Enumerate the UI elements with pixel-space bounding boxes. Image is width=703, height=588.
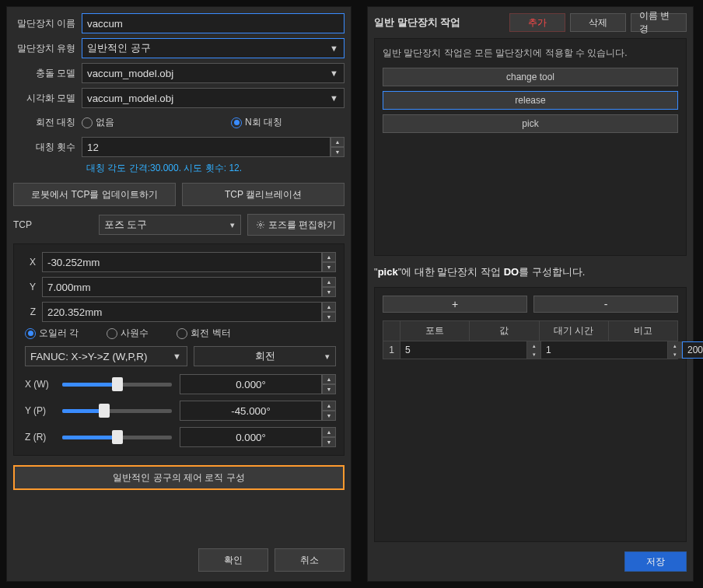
cell-port-input[interactable] [400, 341, 526, 359]
symmetry-hint-text: 대칭 각도 간격:30.000. 시도 횟수: 12. [86, 162, 345, 175]
spin-up-icon[interactable]: ▲ [322, 302, 336, 312]
edit-pose-label: 포즈를 편집하기 [268, 219, 336, 232]
right-title: 일반 말단장치 작업 [374, 16, 505, 30]
gear-icon [256, 220, 265, 229]
select-tool-type[interactable] [82, 38, 345, 58]
radio-rotvec[interactable]: 회전 벡터 [177, 327, 230, 340]
label-tool-name: 말단장치 이름 [13, 17, 82, 30]
spin-down-icon[interactable]: ▼ [322, 312, 336, 322]
label-x: X [25, 257, 42, 268]
label-slider-yp: Y (P) [25, 405, 54, 416]
left-panel: 말단장치 이름 말단장치 유형 ▼ 충돌 모델 ▼ 시각화 모델 ▼ 회전 대칭… [6, 6, 352, 582]
action-item-pick[interactable]: pick [383, 114, 678, 133]
label-collision-model: 충돌 모델 [13, 67, 82, 80]
action-item-release[interactable]: release [383, 91, 678, 110]
input-tcp-z[interactable] [42, 302, 322, 322]
cell-wait-input[interactable] [682, 341, 703, 359]
input-slider-xw[interactable] [180, 374, 322, 394]
spin-up-icon[interactable]: ▲ [322, 252, 336, 262]
delete-action-button[interactable]: 삭제 [570, 13, 626, 32]
spin-up-icon[interactable]: ▲ [322, 374, 336, 384]
slider-xw[interactable] [62, 378, 172, 390]
right-panel: 일반 말단장치 작업 추가 삭제 이름 변경 일반 말단장치 작업은 모든 말단… [367, 6, 694, 582]
radio-quaternion[interactable]: 사원수 [107, 327, 149, 340]
select-collision-model[interactable] [82, 63, 345, 83]
spin-down-icon[interactable]: ▼ [322, 411, 336, 421]
cell-idx: 1 [383, 341, 400, 359]
save-button[interactable]: 저장 [624, 551, 687, 572]
input-slider-zr[interactable] [180, 427, 322, 447]
update-tcp-from-robot-button[interactable]: 로봇에서 TCP를 업데이트하기 [13, 183, 176, 206]
input-tcp-y[interactable] [42, 277, 322, 297]
input-tcp-x[interactable] [42, 252, 322, 272]
radio-quaternion-label: 사원수 [121, 327, 149, 340]
col-value: 값 [470, 321, 539, 341]
label-visual-model: 시각화 모델 [13, 92, 82, 105]
configure-control-logic-button[interactable]: 일반적인 공구의 제어 로직 구성 [13, 465, 345, 490]
label-sym-count: 대칭 횟수 [13, 141, 82, 154]
label-slider-xw: X (W) [25, 379, 54, 390]
label-y: Y [25, 282, 42, 292]
col-note: 비고 [609, 321, 677, 341]
input-slider-yp[interactable] [180, 401, 322, 421]
spin-down-icon[interactable]: ▾ [526, 350, 540, 359]
do-table-header: 포트 값 대기 시간 비고 [383, 320, 678, 341]
col-port: 포트 [400, 321, 470, 341]
ok-button[interactable]: 확인 [198, 548, 268, 572]
radio-symmetry-nfold[interactable]: N회 대칭 [231, 116, 282, 129]
spin-down-icon[interactable]: ▼ [322, 384, 336, 394]
tcp-calibration-button[interactable]: TCP 캘리브레이션 [182, 183, 345, 206]
cancel-button[interactable]: 취소 [275, 548, 345, 572]
cell-value-input[interactable] [541, 341, 667, 359]
action-item-change-tool[interactable]: change tool [383, 68, 678, 86]
radio-rotvec-label: 회전 벡터 [191, 327, 230, 340]
do-config-title: "pick"에 대한 말단장치 작업 DO를 구성합니다. [374, 265, 687, 279]
add-action-button[interactable]: 추가 [509, 13, 565, 32]
spin-up-icon[interactable]: ▲ [322, 401, 336, 411]
label-rot-symmetry: 회전 대칭 [13, 116, 82, 129]
tcp-box: X ▲▼ Y ▲▼ Z ▲▼ 오일러 각 [13, 243, 345, 456]
slider-zr[interactable] [62, 431, 172, 443]
spin-down-icon[interactable]: ▼ [322, 262, 336, 272]
spin-down-icon[interactable]: ▼ [322, 287, 336, 297]
rename-action-button[interactable]: 이름 변경 [631, 13, 687, 32]
right-section-hint: 일반 말단장치 작업은 모든 말단장치에 적용할 수 있습니다. [383, 47, 678, 60]
add-row-button[interactable]: + [383, 296, 527, 313]
select-rotate[interactable] [194, 346, 336, 366]
label-tool-type: 말단장치 유형 [13, 42, 82, 55]
label-z: Z [25, 306, 42, 317]
tcp-label: TCP [13, 219, 99, 230]
slider-yp[interactable] [62, 404, 172, 417]
radio-euler[interactable]: 오일러 각 [25, 327, 79, 340]
input-sym-count[interactable] [82, 137, 331, 157]
spin-up-icon[interactable]: ▲ [331, 137, 345, 147]
edit-pose-button[interactable]: 포즈를 편집하기 [247, 214, 345, 236]
do-table-row: 1 ▴▾ ▴▾ ▴▾ [383, 341, 678, 359]
col-wait: 대기 시간 [540, 321, 609, 341]
col-idx [383, 321, 400, 341]
spin-up-icon[interactable]: ▲ [322, 427, 336, 437]
spin-down-icon[interactable]: ▾ [667, 350, 681, 359]
select-pose-tool[interactable] [99, 215, 241, 235]
spin-up-icon[interactable]: ▴ [667, 341, 681, 350]
radio-euler-label: 오일러 각 [39, 327, 79, 340]
select-euler-order[interactable] [25, 346, 187, 366]
remove-row-button[interactable]: - [533, 296, 678, 313]
spin-down-icon[interactable]: ▼ [322, 437, 336, 447]
spin-up-icon[interactable]: ▲ [322, 277, 336, 287]
radio-symmetry-none[interactable]: 없음 [82, 116, 114, 129]
select-visual-model[interactable] [82, 88, 345, 108]
input-tool-name[interactable] [82, 13, 345, 33]
spin-up-icon[interactable]: ▴ [526, 341, 540, 350]
svg-point-0 [259, 224, 261, 226]
radio-symmetry-none-label: 없음 [96, 116, 114, 129]
spin-down-icon[interactable]: ▼ [331, 147, 345, 157]
label-slider-zr: Z (R) [25, 432, 54, 443]
radio-symmetry-nfold-label: N회 대칭 [245, 116, 282, 129]
